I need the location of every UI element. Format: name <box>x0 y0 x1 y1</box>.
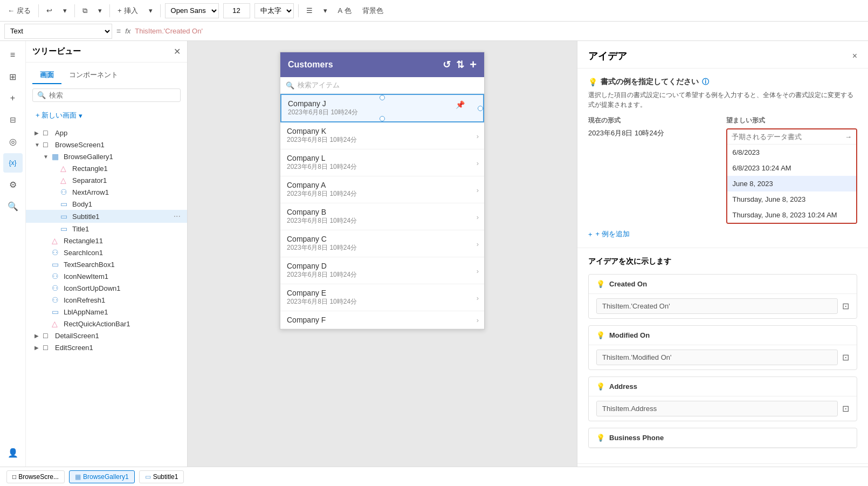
list-item-3[interactable]: Company A 2023年6月8日 10時24分 › <box>280 176 484 203</box>
format-option-0[interactable]: 6/8/2023 <box>727 145 857 160</box>
list-item-2[interactable]: Company L 2023年6月8日 10時24分 › <box>280 149 484 176</box>
nav-menu-icon[interactable]: ≡ <box>3 45 23 65</box>
font-select[interactable]: Open Sans <box>165 3 219 18</box>
idea-results: アイデアを次に示します 💡 Created On ThisItem.'Creat… <box>577 248 868 463</box>
icon-Separator1: △ <box>60 176 70 184</box>
tree-item-Body1[interactable]: ▭ Body1 <box>26 198 187 210</box>
tree-item-BrowseScreen1[interactable]: ▼ □ BrowseScreen1 <box>26 139 187 150</box>
field-copy-btn-2[interactable]: ⊡ <box>842 403 849 414</box>
field-header-address: 💡 Address <box>589 377 857 396</box>
tab-components[interactable]: コンポーネント <box>61 67 126 84</box>
tab-screens[interactable]: 画面 <box>32 67 61 84</box>
tree-item-App[interactable]: ▶ □ App <box>26 127 187 139</box>
desired-format-box: → 6/8/2023 6/8/2023 10:24 AM June 8, 202… <box>726 128 858 224</box>
tree-item-SearchIcon1[interactable]: ⚇ SearchIcon1 <box>26 247 187 258</box>
icon-NextArrow1: ⚇ <box>60 188 70 196</box>
color-label: 色 <box>345 6 352 16</box>
font-size-input[interactable] <box>223 3 250 18</box>
copy-dropdown[interactable]: ▾ <box>95 4 105 17</box>
tree-item-Separator1[interactable]: △ Separator1 <box>26 174 187 186</box>
nav-data-icon[interactable]: ⊟ <box>3 110 23 129</box>
tree-item-TextSearchBox1[interactable]: ▭ TextSearchBox1 <box>26 258 187 270</box>
tree-item-EditScreen1[interactable]: ▶ □ EditScreen1 <box>26 341 187 353</box>
list-item-1[interactable]: Company K 2023年6月8日 10時24分 › <box>280 122 484 149</box>
handle-bottom[interactable] <box>380 116 385 121</box>
insert-dropdown[interactable]: ▾ <box>146 4 156 17</box>
nav-user-icon[interactable]: 👤 <box>3 443 23 462</box>
align-dropdown[interactable]: ▾ <box>320 4 330 17</box>
desired-format-input[interactable] <box>732 133 845 141</box>
more-options-icon[interactable]: ··· <box>174 211 181 221</box>
new-screen-button[interactable]: + 新しい画面 ▾ <box>32 108 86 122</box>
screen-label-0: BrowseScrе... <box>18 473 59 481</box>
tree-item-NextArrow1[interactable]: ⚇ NextArrow1 <box>26 186 187 198</box>
nav-insert-icon[interactable]: + <box>3 88 23 108</box>
tree-item-IconNewItem1[interactable]: ⚇ IconNewItem1 <box>26 270 187 282</box>
label-LblAppName1: LblAppName1 <box>64 308 181 316</box>
field-header-modified-on: 💡 Modified On <box>589 326 857 345</box>
nav-search-icon[interactable]: 🔍 <box>3 196 23 216</box>
nav-vars-icon[interactable]: {x} <box>3 153 23 173</box>
refresh-icon[interactable]: ↺ <box>443 59 451 71</box>
back-button[interactable]: ← 戻る <box>4 4 34 18</box>
copy-button[interactable]: ⧉ <box>79 4 91 17</box>
tree-item-Title1[interactable]: ▭ Title1 <box>26 223 187 235</box>
sidebar: ツリービュー ✕ 画面 コンポーネント 🔍 + 新しい画面 ▾ ▶ □ App <box>26 41 188 467</box>
bg-button[interactable]: 背景色 <box>359 4 387 18</box>
insert-button[interactable]: + 挿入 <box>114 4 141 18</box>
tree-item-Rectangle1[interactable]: △ Rectangle1 <box>26 162 187 174</box>
nav-settings-icon[interactable]: ⚙ <box>3 175 23 194</box>
arrow-icon-1: › <box>477 132 479 140</box>
tree-item-RectQuickActionBar1[interactable]: △ RectQuickActionBar1 <box>26 318 187 330</box>
handle-right[interactable] <box>478 106 483 111</box>
tree-item-DetailScreen1[interactable]: ▶ □ DetailScreen1 <box>26 330 187 341</box>
nav-media-icon[interactable]: ◎ <box>3 132 23 151</box>
tree-item-IconSortUpDown1[interactable]: ⚇ IconSortUpDown1 <box>26 282 187 294</box>
tree-item-Rectangle11[interactable]: △ Rectangle11 <box>26 235 187 247</box>
list-item-5[interactable]: Company C 2023年6月8日 10時24分 › <box>280 230 484 257</box>
add-icon[interactable]: + <box>470 58 477 72</box>
field-copy-btn-0[interactable]: ⊡ <box>842 301 849 311</box>
bottom-tab-subtitle[interactable]: ▭ Subtitle1 <box>139 470 184 483</box>
chevron-down-icon: ▾ <box>79 112 82 120</box>
screen-label-1: BrowseGallery1 <box>83 473 129 481</box>
format-option-2[interactable]: June 8, 2023 <box>727 176 857 191</box>
sort-icon[interactable]: ⇅ <box>456 59 464 71</box>
field-select[interactable]: Text <box>4 24 112 39</box>
desired-format-col: 望ましい形式 → 6/8/2023 6/8/2023 10:24 AM June… <box>726 116 858 224</box>
undo-dropdown[interactable]: ▾ <box>60 4 70 17</box>
current-format-label: 現在の形式 <box>588 116 720 125</box>
sidebar-search-input[interactable] <box>49 91 176 99</box>
sidebar-title: ツリービュー <box>32 46 81 57</box>
search-placeholder: 検索アイテム <box>298 80 340 90</box>
field-name-1: Modified On <box>609 331 650 339</box>
list-item-0[interactable]: Company J 2023年6月8日 10時24分 📌 <box>280 94 484 122</box>
list-item-8[interactable]: Company F › <box>280 311 484 329</box>
color-button[interactable]: A 色 <box>335 4 355 18</box>
list-item-4[interactable]: Company B 2023年6月8日 10時24分 › <box>280 203 484 230</box>
panel-close-button[interactable]: × <box>852 51 857 61</box>
tree-item-Subtitle1[interactable]: ▭ Subtitle1 ··· <box>26 210 187 223</box>
undo-button[interactable]: ↩ <box>43 4 56 17</box>
format-option-4[interactable]: Thursday, June 8, 2023 10:24 AM <box>727 207 857 223</box>
bottom-tab-gallery[interactable]: ▦ BrowseGallery1 <box>69 470 135 483</box>
bottom-tab-browse-screen[interactable]: □ BrowseScrе... <box>6 470 65 483</box>
tree-item-BrowseGallery1[interactable]: ▼ ▦ BrowseGallery1 <box>26 150 187 162</box>
list-item-6[interactable]: Company D 2023年6月8日 10時24分 › <box>280 257 484 284</box>
handle-top[interactable] <box>380 95 385 100</box>
font-weight-select[interactable]: 中太字 <box>254 3 294 18</box>
sidebar-close-button[interactable]: ✕ <box>174 46 181 57</box>
add-example-button[interactable]: + + 例を追加 <box>588 229 630 239</box>
field-copy-btn-1[interactable]: ⊡ <box>842 352 849 362</box>
formula-input[interactable] <box>135 27 864 35</box>
label-IconRefresh1: IconRefresh1 <box>64 296 181 304</box>
format-option-1[interactable]: 6/8/2023 10:24 AM <box>727 160 857 176</box>
idea-desc: 選択した項目の書式設定について希望する例を入力すると、全体をその書式設定に変更す… <box>588 90 857 109</box>
label-DetailScreen1: DetailScreen1 <box>55 332 181 340</box>
nav-screens-icon[interactable]: ⊞ <box>3 67 23 86</box>
tree-item-IconRefresh1[interactable]: ⚇ IconRefresh1 <box>26 294 187 306</box>
align-button[interactable]: ☰ <box>303 4 316 17</box>
list-item-7[interactable]: Company E 2023年6月8日 10時24分 › <box>280 284 484 311</box>
tree-item-LblAppName1[interactable]: ▭ LblAppName1 <box>26 306 187 318</box>
format-option-3[interactable]: Thursday, June 8, 2023 <box>727 191 857 207</box>
